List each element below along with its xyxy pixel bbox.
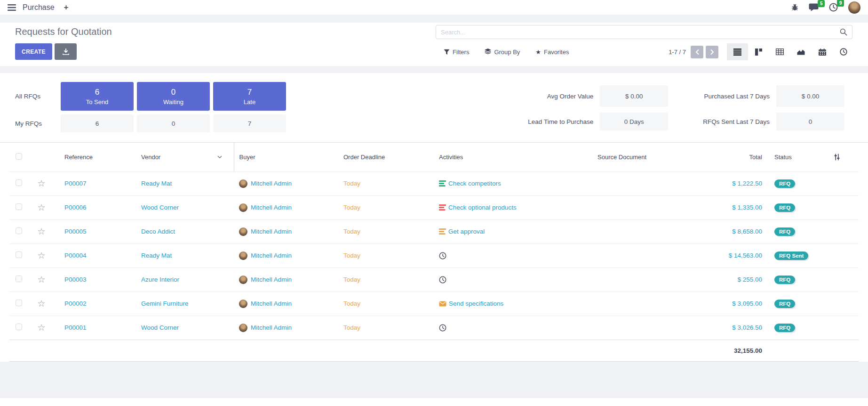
waiting-card[interactable]: 0 Waiting [137, 82, 210, 111]
cell-total[interactable]: $ 3,095.00 [692, 292, 768, 316]
new-tab-plus-button[interactable]: + [64, 3, 69, 12]
activities-clock-icon[interactable]: 9 [829, 3, 838, 12]
my-waiting-count[interactable]: 0 [137, 114, 210, 132]
cell-activity[interactable]: Check optional products [448, 204, 517, 211]
row-checkbox[interactable] [16, 276, 22, 282]
row-checkbox[interactable] [16, 300, 22, 306]
favorite-star-icon[interactable]: ☆ [37, 251, 45, 260]
menu-icon[interactable] [8, 4, 16, 11]
table-row[interactable]: ☆ P00002 Gemini Furniture Mitchell Admin… [9, 292, 859, 316]
cell-activity[interactable]: Send specifications [449, 300, 503, 307]
favorite-star-icon[interactable]: ☆ [37, 323, 45, 333]
cell-reference[interactable]: P00007 [56, 171, 136, 195]
export-button[interactable] [55, 43, 77, 60]
favorite-star-icon[interactable]: ☆ [37, 203, 45, 212]
cell-total[interactable]: $ 1,335.00 [692, 195, 768, 219]
cell-vendor[interactable]: Gemini Furniture [136, 292, 234, 316]
cell-reference[interactable]: P00004 [56, 244, 136, 268]
schedule-activity-clock-icon[interactable] [439, 276, 446, 284]
cell-order-deadline[interactable]: Today [339, 292, 435, 316]
my-to-send-count[interactable]: 6 [61, 114, 134, 132]
row-checkbox[interactable] [16, 227, 22, 234]
to-send-card[interactable]: 6 To Send [61, 82, 134, 111]
favorite-star-icon[interactable]: ☆ [37, 227, 45, 236]
header-vendor[interactable]: Vendor [136, 143, 234, 171]
table-row[interactable]: ☆ P00004 Ready Mat Mitchell Admin Today … [9, 244, 859, 268]
cell-reference[interactable]: P00001 [56, 316, 136, 340]
search-input[interactable] [441, 29, 840, 36]
row-checkbox[interactable] [16, 179, 22, 186]
calendar-view-button[interactable] [812, 43, 833, 60]
pager-next-button[interactable] [706, 46, 718, 58]
cell-order-deadline[interactable]: Today [339, 195, 435, 219]
table-row[interactable]: ☆ P00003 Azure Interior Mitchell Admin T… [9, 268, 859, 292]
cell-buyer[interactable]: Mitchell Admin [251, 252, 292, 259]
table-row[interactable]: ☆ P00006 Wood Corner Mitchell Admin Toda… [9, 195, 859, 219]
table-row[interactable]: ☆ P00001 Wood Corner Mitchell Admin Toda… [9, 316, 859, 340]
cell-reference[interactable]: P00006 [56, 195, 136, 219]
schedule-activity-clock-icon[interactable] [439, 324, 446, 332]
row-checkbox[interactable] [16, 324, 22, 330]
favorite-star-icon[interactable]: ☆ [37, 275, 45, 284]
cell-order-deadline[interactable]: Today [339, 316, 435, 340]
cell-order-deadline[interactable]: Today [339, 244, 435, 268]
list-view-button[interactable] [727, 43, 748, 60]
schedule-activity-clock-icon[interactable] [439, 252, 446, 260]
cell-vendor[interactable]: Azure Interior [136, 268, 234, 292]
cell-reference[interactable]: P00002 [56, 292, 136, 316]
search-icon[interactable] [840, 28, 847, 36]
user-avatar[interactable] [848, 1, 860, 14]
header-buyer[interactable]: Buyer [234, 143, 339, 171]
table-row[interactable]: ☆ P00005 Deco Addict Mitchell Admin Toda… [9, 219, 859, 244]
cell-total[interactable]: $ 255.00 [692, 268, 768, 292]
pager-previous-button[interactable] [691, 46, 703, 58]
select-all-checkbox[interactable] [16, 153, 22, 160]
table-row[interactable]: ☆ P00007 Ready Mat Mitchell Admin Today … [9, 171, 859, 195]
cell-total[interactable]: $ 1,222.50 [692, 171, 768, 195]
cell-total[interactable]: $ 14,563.00 [692, 244, 768, 268]
my-rfqs-filter[interactable]: My RFQs [15, 120, 61, 127]
cell-vendor[interactable]: Ready Mat [136, 171, 234, 195]
header-activities[interactable]: Activities [435, 143, 590, 171]
pivot-view-button[interactable] [769, 43, 790, 60]
app-name[interactable]: Purchase [23, 3, 55, 12]
cell-vendor[interactable]: Ready Mat [136, 244, 234, 268]
debug-bug-icon[interactable] [791, 4, 798, 11]
kanban-view-button[interactable] [748, 43, 769, 60]
header-status[interactable]: Status [768, 143, 834, 171]
graph-view-button[interactable] [790, 43, 812, 60]
header-source-document[interactable]: Source Document [590, 143, 692, 171]
cell-vendor[interactable]: Deco Addict [136, 219, 234, 244]
messages-icon[interactable]: 5 [809, 3, 819, 11]
cell-buyer[interactable]: Mitchell Admin [251, 180, 292, 187]
row-checkbox[interactable] [16, 252, 22, 258]
cell-order-deadline[interactable]: Today [339, 219, 435, 244]
cell-vendor[interactable]: Wood Corner [136, 316, 234, 340]
favorite-star-icon[interactable]: ☆ [37, 299, 45, 309]
favorite-star-icon[interactable]: ☆ [37, 179, 45, 188]
activity-view-button[interactable] [833, 43, 854, 60]
filters-menu[interactable]: Filters [444, 49, 469, 56]
cell-activity[interactable]: Get approval [448, 228, 485, 235]
cell-order-deadline[interactable]: Today [339, 171, 435, 195]
cell-buyer[interactable]: Mitchell Admin [251, 300, 292, 307]
cell-buyer[interactable]: Mitchell Admin [251, 276, 292, 283]
cell-total[interactable]: $ 8,658.00 [692, 219, 768, 244]
header-order-deadline[interactable]: Order Deadline [339, 143, 435, 171]
cell-buyer[interactable]: Mitchell Admin [251, 324, 292, 331]
cell-order-deadline[interactable]: Today [339, 268, 435, 292]
row-checkbox[interactable] [16, 203, 22, 210]
cell-buyer[interactable]: Mitchell Admin [251, 228, 292, 235]
cell-reference[interactable]: P00005 [56, 219, 136, 244]
group-by-menu[interactable]: Group By [485, 49, 520, 56]
cell-reference[interactable]: P00003 [56, 268, 136, 292]
cell-buyer[interactable]: Mitchell Admin [251, 204, 292, 211]
header-reference[interactable]: Reference [56, 143, 136, 171]
cell-vendor[interactable]: Wood Corner [136, 195, 234, 219]
cell-total[interactable]: $ 3,026.50 [692, 316, 768, 340]
cell-activity[interactable]: Check competitors [448, 180, 501, 187]
optional-columns-button[interactable] [834, 143, 859, 171]
late-card[interactable]: 7 Late [213, 82, 286, 111]
all-rfqs-filter[interactable]: All RFQs [15, 93, 61, 100]
header-total[interactable]: Total [692, 143, 768, 171]
